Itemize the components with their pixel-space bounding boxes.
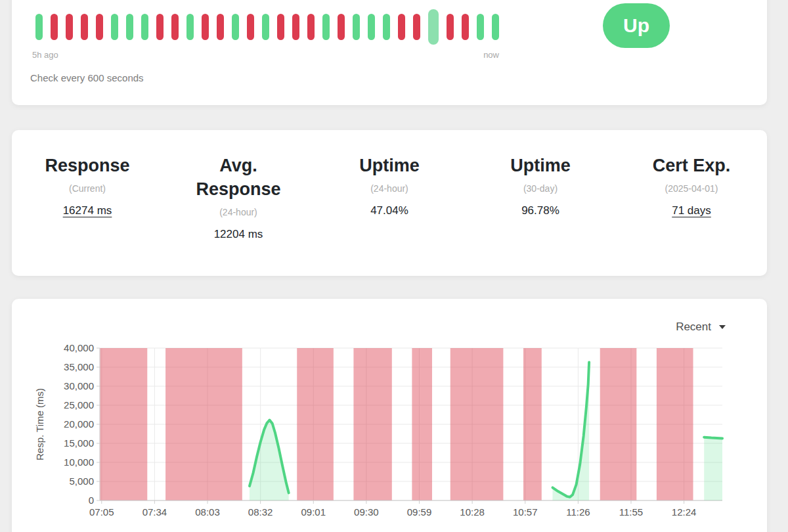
heartbeat-down	[156, 14, 164, 40]
stats-row: Response (Current) 16274 ms Avg. Respons…	[12, 130, 767, 241]
heartbeat-down	[413, 14, 420, 40]
downtime-band	[297, 348, 334, 500]
heartbeat-up	[232, 14, 239, 40]
response-area-segment	[704, 437, 722, 500]
heartbeat-down	[277, 14, 284, 40]
downtime-band	[353, 348, 391, 500]
heartbeat-up	[186, 14, 194, 40]
response-line-segment	[704, 437, 722, 439]
status-card: 5h ago now Check every 600 seconds Up	[12, 0, 767, 105]
stat-title: Response	[32, 154, 143, 177]
heartbeat-up	[492, 14, 499, 40]
stat-subtitle: (Current)	[32, 183, 143, 194]
y-tick-label: 25,000	[64, 399, 94, 410]
heartbeat-up	[126, 14, 133, 40]
y-tick-label: 20,000	[64, 418, 94, 430]
heartbeat-start-time: 5h ago	[32, 50, 58, 60]
y-tick-label: 40,000	[64, 342, 94, 353]
stat-value-cert-exp[interactable]: 71 days	[672, 204, 711, 217]
y-tick-label: 0	[89, 495, 94, 506]
heartbeat-up	[428, 9, 439, 45]
stats-card: Response (Current) 16274 ms Avg. Respons…	[12, 130, 767, 276]
heartbeat-down	[398, 14, 405, 40]
y-axis-title: Resp. Time (ms)	[34, 388, 45, 460]
heartbeat-down	[202, 14, 209, 40]
downtime-band	[450, 348, 504, 500]
y-tick-label: 5,000	[69, 476, 94, 487]
x-tick-label: 09:01	[301, 506, 326, 518]
monitor-page: 5h ago now Check every 600 seconds Up Re…	[0, 0, 788, 532]
heartbeat-bar	[35, 9, 499, 45]
heartbeat-up	[368, 14, 375, 40]
heartbeat-down	[307, 14, 315, 40]
x-tick-label: 12:24	[672, 506, 697, 518]
heartbeat-up	[322, 14, 330, 40]
heartbeat-up	[383, 14, 390, 40]
heartbeat-down	[51, 14, 58, 40]
x-tick-label: 09:59	[407, 506, 432, 518]
y-tick-label: 10,000	[64, 456, 94, 468]
heartbeat-down	[247, 14, 254, 40]
x-tick-label: 09:30	[354, 506, 379, 518]
response-chart: 05,00010,00015,00020,00025,00030,00035,0…	[12, 299, 767, 532]
downtime-band	[165, 348, 242, 500]
x-tick-label: 07:34	[142, 506, 167, 518]
heartbeat-up	[477, 14, 484, 40]
stat-subtitle: (24-hour)	[183, 207, 294, 217]
stat-value-avg-response: 12204 ms	[214, 228, 263, 241]
status-badge: Up	[603, 3, 670, 48]
stat-value-response-current[interactable]: 16274 ms	[63, 204, 112, 217]
x-tick-label: 10:28	[460, 506, 485, 518]
stat-avg-response: Avg. Response (24-hour) 12204 ms	[163, 154, 314, 241]
stat-uptime-30d: Uptime (30-day) 96.78%	[465, 154, 616, 241]
stat-subtitle: (2025-04-01)	[636, 183, 747, 194]
y-tick-label: 35,000	[64, 361, 94, 372]
stat-cert-exp: Cert Exp. (2025-04-01) 71 days	[616, 154, 767, 241]
downtime-band	[657, 348, 693, 500]
x-tick-label: 07:05	[89, 506, 114, 518]
downtime-band	[100, 348, 147, 500]
heartbeat-up	[353, 14, 360, 40]
heartbeat-down	[66, 14, 73, 40]
heartbeat-up	[111, 14, 118, 40]
heartbeat-up	[35, 14, 43, 40]
heartbeat-down	[217, 14, 224, 40]
y-tick-label: 30,000	[64, 380, 94, 391]
x-tick-label: 08:03	[195, 506, 220, 518]
stat-value-uptime-30d: 96.78%	[521, 204, 559, 217]
heartbeat-end-time: now	[483, 50, 499, 60]
stat-title: Uptime	[334, 154, 445, 177]
stat-title: Avg. Response	[183, 154, 294, 201]
heartbeat-up	[262, 14, 269, 40]
x-tick-label: 10:57	[513, 506, 538, 518]
x-tick-label: 11:55	[619, 506, 643, 518]
stat-title: Cert Exp.	[636, 154, 747, 177]
x-tick-label: 08:32	[248, 506, 273, 518]
heartbeat-down	[462, 14, 469, 40]
heartbeat-down	[338, 14, 345, 40]
downtime-band	[600, 348, 637, 500]
stat-response-current: Response (Current) 16274 ms	[12, 154, 163, 241]
heartbeat-down	[292, 14, 299, 40]
stat-value-uptime-24h: 47.04%	[370, 204, 408, 217]
stat-subtitle: (30-day)	[485, 183, 596, 194]
y-tick-label: 15,000	[64, 437, 94, 449]
downtime-band	[523, 348, 542, 500]
heartbeat-up	[141, 14, 148, 40]
stat-uptime-24h: Uptime (24-hour) 47.04%	[314, 154, 465, 241]
chart-card: Recent 05,00010,00015,00020,00025,00030,…	[12, 299, 767, 532]
downtime-band	[412, 348, 432, 500]
heartbeat-down	[96, 14, 103, 40]
x-tick-label: 11:26	[566, 506, 590, 518]
heartbeat-down	[447, 14, 454, 40]
heartbeat-down	[81, 14, 88, 40]
stat-title: Uptime	[485, 154, 596, 177]
stat-subtitle: (24-hour)	[334, 183, 445, 194]
check-interval-text: Check every 600 seconds	[30, 72, 144, 83]
heartbeat-down	[171, 14, 179, 40]
